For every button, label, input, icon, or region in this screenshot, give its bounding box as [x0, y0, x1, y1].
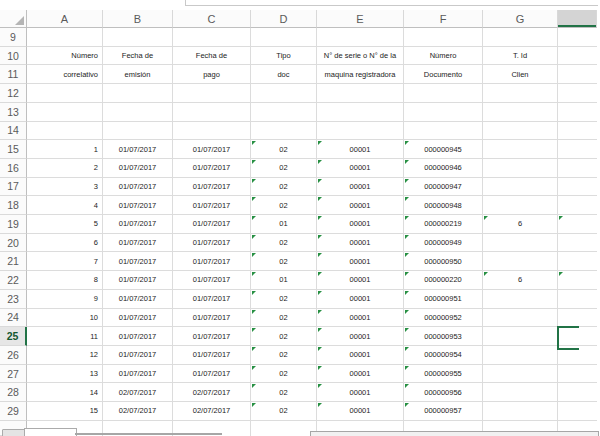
row-header-28[interactable]: 28 [0, 383, 27, 402]
cell-E29[interactable]: 00001 [317, 402, 404, 421]
cell-H11[interactable] [558, 65, 597, 84]
cell-D16[interactable]: 02 [251, 159, 317, 178]
cell-C21[interactable]: 01/07/2017 [173, 252, 251, 271]
cell-F26[interactable]: 000000954 [404, 346, 483, 365]
cell-D17[interactable]: 02 [251, 178, 317, 197]
cell-B18[interactable]: 01/07/2017 [103, 196, 173, 215]
row-header-25[interactable]: 25 [0, 327, 27, 346]
cell-H15[interactable] [558, 140, 597, 159]
cell-F28[interactable]: 000000956 [404, 383, 483, 402]
row-header-29[interactable]: 29 [0, 402, 27, 421]
cell-G24[interactable] [483, 309, 558, 328]
cell-D12[interactable] [251, 84, 317, 103]
cell-H27[interactable] [558, 365, 597, 384]
cell-C26[interactable]: 01/07/2017 [173, 346, 251, 365]
cell-C15[interactable]: 01/07/2017 [173, 140, 251, 159]
cell-G25[interactable] [483, 327, 558, 346]
cell-C22[interactable]: 01/07/2017 [173, 271, 251, 290]
cell-G19[interactable]: 6 [483, 215, 558, 234]
row-header-15[interactable]: 15 [0, 140, 27, 159]
cell-H20[interactable] [558, 234, 597, 253]
row-header-22[interactable]: 22 [0, 271, 27, 290]
cell-B13[interactable] [103, 103, 173, 122]
cell-B14[interactable] [103, 122, 173, 141]
cell-E24[interactable]: 00001 [317, 309, 404, 328]
cell-C29[interactable]: 02/07/2017 [173, 402, 251, 421]
cell-F16[interactable]: 000000946 [404, 159, 483, 178]
cell-B28[interactable]: 02/07/2017 [103, 383, 173, 402]
cell-C25[interactable]: 01/07/2017 [173, 327, 251, 346]
cell-E19[interactable]: 00001 [317, 215, 404, 234]
cell-A24[interactable]: 10 [27, 309, 103, 328]
cell-E12[interactable] [317, 84, 404, 103]
cell-G12[interactable] [483, 84, 558, 103]
column-header-B[interactable]: B [103, 10, 173, 28]
cell-F25[interactable]: 000000953 [404, 327, 483, 346]
cell-D30[interactable] [251, 421, 317, 436]
cell-C27[interactable]: 01/07/2017 [173, 365, 251, 384]
cell-H16[interactable] [558, 159, 597, 178]
horizontal-scrollbar-fragment[interactable] [310, 431, 599, 436]
cell-B10[interactable]: Fecha de [103, 47, 173, 66]
cell-B24[interactable]: 01/07/2017 [103, 309, 173, 328]
cell-E13[interactable] [317, 103, 404, 122]
cell-B26[interactable]: 01/07/2017 [103, 346, 173, 365]
cell-A19[interactable]: 5 [27, 215, 103, 234]
row-header-13[interactable]: 13 [0, 103, 27, 122]
cell-F22[interactable]: 000000220 [404, 271, 483, 290]
cell-D10[interactable]: Tipo [251, 47, 317, 66]
select-all-corner[interactable] [0, 10, 27, 28]
cell-C23[interactable]: 01/07/2017 [173, 290, 251, 309]
cell-B19[interactable]: 01/07/2017 [103, 215, 173, 234]
cell-E20[interactable]: 00001 [317, 234, 404, 253]
cell-B25[interactable]: 01/07/2017 [103, 327, 173, 346]
cell-H12[interactable] [558, 84, 597, 103]
cell-D28[interactable]: 02 [251, 383, 317, 402]
row-header-21[interactable]: 21 [0, 252, 27, 271]
cell-D25[interactable]: 02 [251, 327, 317, 346]
cell-B11[interactable]: emisión [103, 65, 173, 84]
cell-F12[interactable] [404, 84, 483, 103]
cell-C14[interactable] [173, 122, 251, 141]
cell-G22[interactable]: 6 [483, 271, 558, 290]
cell-F24[interactable]: 000000952 [404, 309, 483, 328]
cell-E22[interactable]: 00001 [317, 271, 404, 290]
cell-B29[interactable]: 02/07/2017 [103, 402, 173, 421]
cell-H19[interactable] [558, 215, 597, 234]
cell-D22[interactable]: 01 [251, 271, 317, 290]
column-header-C[interactable]: C [173, 10, 251, 28]
row-header-20[interactable]: 20 [0, 234, 27, 253]
cell-A15[interactable]: 1 [27, 140, 103, 159]
cell-H21[interactable] [558, 252, 597, 271]
cell-D27[interactable]: 02 [251, 365, 317, 384]
cell-A9[interactable] [27, 28, 103, 47]
cell-E21[interactable]: 00001 [317, 252, 404, 271]
cell-G11[interactable]: Clien [483, 65, 558, 84]
cell-A17[interactable]: 3 [27, 178, 103, 197]
cell-H23[interactable] [558, 290, 597, 309]
cell-G23[interactable] [483, 290, 558, 309]
cell-F27[interactable]: 000000955 [404, 365, 483, 384]
cell-H17[interactable] [558, 178, 597, 197]
cell-A12[interactable] [27, 84, 103, 103]
cell-H9[interactable] [558, 28, 597, 47]
cell-G28[interactable] [483, 383, 558, 402]
cell-G13[interactable] [483, 103, 558, 122]
cell-B27[interactable]: 01/07/2017 [103, 365, 173, 384]
cell-D20[interactable]: 02 [251, 234, 317, 253]
row-header-16[interactable]: 16 [0, 159, 27, 178]
cell-B17[interactable]: 01/07/2017 [103, 178, 173, 197]
row-header-14[interactable]: 14 [0, 122, 27, 141]
cell-H18[interactable] [558, 196, 597, 215]
row-header-26[interactable]: 26 [0, 346, 27, 365]
column-header-partial-selected[interactable] [558, 10, 597, 28]
cell-E15[interactable]: 00001 [317, 140, 404, 159]
cell-A26[interactable]: 12 [27, 346, 103, 365]
cell-E16[interactable]: 00001 [317, 159, 404, 178]
cell-B23[interactable]: 01/07/2017 [103, 290, 173, 309]
row-header-27[interactable]: 27 [0, 365, 27, 384]
cell-F10[interactable]: Número [404, 47, 483, 66]
cell-A22[interactable]: 8 [27, 271, 103, 290]
cell-D18[interactable]: 02 [251, 196, 317, 215]
row-header-9[interactable]: 9 [0, 28, 27, 47]
